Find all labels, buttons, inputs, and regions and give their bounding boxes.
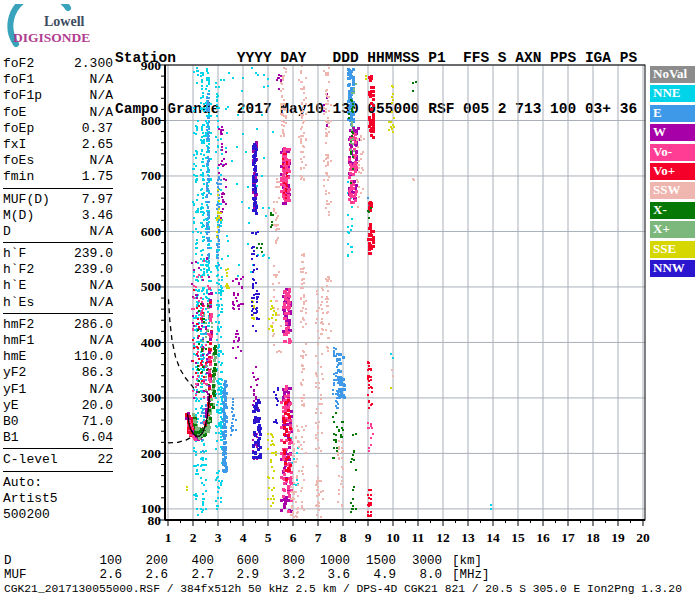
footer-row-label: D	[4, 554, 12, 568]
svg-text:13: 13	[461, 530, 475, 545]
echo-points	[185, 64, 491, 518]
footer-row-value: 400	[164, 554, 214, 568]
footer-row-value: 200	[118, 554, 168, 568]
legend-item-noval: NoVal	[650, 66, 695, 83]
plot-frame	[158, 65, 645, 526]
muf-row: MUF2.62.62.72.93.23.64.98.0[MHz]	[0, 568, 700, 582]
svg-text:900: 900	[141, 58, 162, 73]
footer-row-unit: [MHz]	[452, 568, 490, 582]
svg-text:17: 17	[561, 530, 575, 545]
svg-text:4: 4	[240, 530, 247, 545]
svg-text:200: 200	[141, 446, 162, 461]
svg-text:3: 3	[215, 530, 222, 545]
legend-item-w: W	[650, 124, 695, 141]
footer-row-unit: [km]	[452, 554, 482, 568]
footer-row-value: 3.6	[300, 568, 350, 582]
svg-text:20: 20	[636, 530, 650, 545]
svg-text:400: 400	[141, 335, 162, 350]
svg-text:9: 9	[365, 530, 372, 545]
svg-text:700: 700	[141, 168, 162, 183]
footer-row-value: 2.7	[164, 568, 214, 582]
footer-row-value: 2.6	[118, 568, 168, 582]
footer-row-value: 4.9	[346, 568, 396, 582]
legend-item-sse: SSE	[650, 241, 695, 258]
grid	[165, 65, 645, 520]
status-line: CGK21_2017130055000.RSF / 384fx512h 50 k…	[4, 583, 682, 595]
footer-row-value: 3.2	[255, 568, 305, 582]
svg-text:12: 12	[436, 530, 450, 545]
legend-item-nne: NNE	[650, 85, 695, 102]
footer-row-value: 800	[255, 554, 305, 568]
footer-row-value: 2.6	[72, 568, 122, 582]
svg-text:18: 18	[586, 530, 600, 545]
svg-text:16: 16	[536, 530, 550, 545]
svg-text:19: 19	[611, 530, 625, 545]
footer-row-value: 2.9	[209, 568, 259, 582]
svg-text:15: 15	[511, 530, 525, 545]
svg-text:6: 6	[290, 530, 297, 545]
footer-row-label: MUF	[4, 568, 27, 582]
legend-item-vo: Vo-	[650, 144, 695, 161]
footer-row-value: 1000	[300, 554, 350, 568]
svg-text:1: 1	[165, 530, 172, 545]
svg-text:600: 600	[141, 224, 162, 239]
digisonde-ionogram-screen: Lowell DIGISONDE Station YYYY DAY DDD HH…	[0, 0, 700, 600]
svg-text:7: 7	[315, 530, 322, 545]
svg-text:8: 8	[340, 530, 347, 545]
svg-text:100: 100	[141, 501, 162, 516]
svg-text:2: 2	[190, 530, 197, 545]
legend-item-ssw: SSW	[650, 182, 695, 199]
distance-row: D100200400600800100015003000[km]	[0, 554, 700, 568]
svg-text:10: 10	[386, 530, 400, 545]
legend-item-e: E	[650, 105, 695, 122]
svg-text:14: 14	[486, 530, 500, 545]
footer-row-value: 3000	[392, 554, 442, 568]
svg-text:800: 800	[141, 113, 162, 128]
svg-text:300: 300	[141, 390, 162, 405]
svg-text:5: 5	[265, 530, 272, 545]
footer-row-value: 1500	[346, 554, 396, 568]
echo-direction-legend: NoValNNEEWVo-Vo+SSWX-X+SSENNW	[650, 66, 696, 279]
legend-item-x: X+	[650, 221, 695, 238]
footer-row-value: 600	[209, 554, 259, 568]
ionogram-plot: 8010020030040050060070080090012345678910…	[0, 0, 700, 600]
legend-item-nnw: NNW	[650, 260, 695, 277]
legend-item-vo: Vo+	[650, 163, 695, 180]
svg-text:11: 11	[412, 530, 425, 545]
footer-row-value: 100	[72, 554, 122, 568]
footer-row-value: 8.0	[392, 568, 442, 582]
legend-item-x: X-	[650, 202, 695, 219]
svg-text:500: 500	[141, 279, 162, 294]
